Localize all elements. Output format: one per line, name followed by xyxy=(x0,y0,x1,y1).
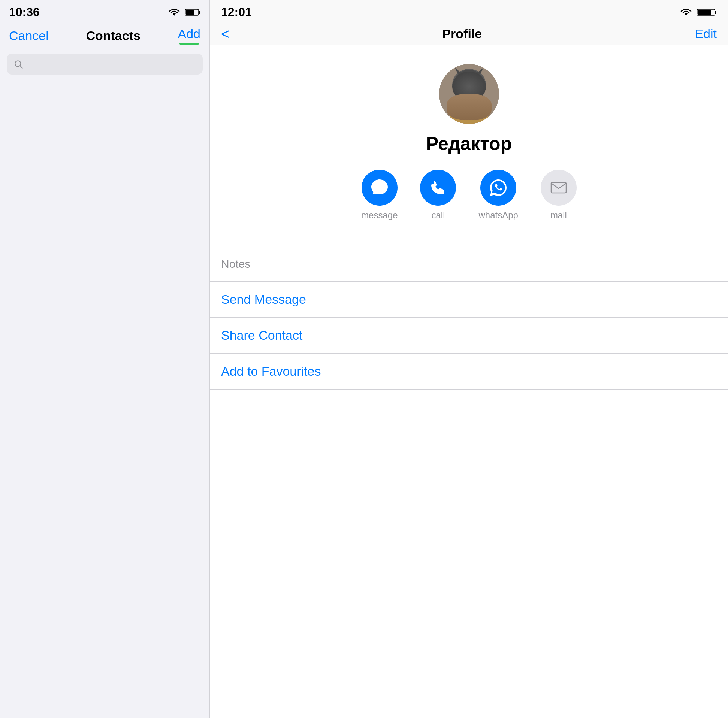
add-button[interactable]: Add xyxy=(178,27,201,44)
message-label: message xyxy=(361,210,398,221)
time-right: 12:01 xyxy=(221,5,252,19)
svg-rect-1 xyxy=(199,11,200,14)
svg-point-15 xyxy=(472,81,476,86)
action-list: Send Message Share Contact Add to Favour… xyxy=(210,281,728,390)
contact-name: Редактор xyxy=(426,133,512,155)
call-icon xyxy=(428,178,448,197)
send-message-item[interactable]: Send Message xyxy=(210,281,728,318)
nav-bar-right: < Profile Edit xyxy=(210,22,728,45)
mail-circle xyxy=(541,170,577,206)
search-icon xyxy=(14,59,23,69)
status-icons-left xyxy=(167,8,200,17)
mail-action-button[interactable]: mail xyxy=(541,170,577,221)
profile-section: Редактор message call xyxy=(210,45,728,247)
wifi-icon xyxy=(167,8,181,17)
wifi-icon-right xyxy=(679,8,693,17)
avatar-image xyxy=(439,64,499,124)
notes-section: Notes xyxy=(210,247,728,281)
status-icons-right xyxy=(679,8,717,17)
avatar xyxy=(439,64,499,124)
profile-title: Profile xyxy=(442,27,482,41)
svg-point-17 xyxy=(473,82,474,86)
right-panel: 12:01 < Profile Edit xyxy=(210,0,728,718)
mail-icon xyxy=(549,178,568,197)
nav-bar-left: Cancel Contacts Add xyxy=(0,22,210,48)
svg-rect-19 xyxy=(450,99,488,124)
svg-rect-6 xyxy=(715,11,716,14)
contacts-title: Contacts xyxy=(86,29,140,43)
svg-rect-21 xyxy=(448,107,490,110)
svg-rect-20 xyxy=(448,101,490,105)
svg-line-4 xyxy=(20,66,23,68)
status-bar-right: 12:01 xyxy=(210,0,728,22)
search-bar-wrapper xyxy=(0,48,210,80)
svg-point-16 xyxy=(464,82,465,86)
message-circle xyxy=(362,170,398,206)
svg-point-13 xyxy=(459,77,480,95)
call-circle xyxy=(420,170,456,206)
battery-icon xyxy=(185,8,200,17)
left-panel: 10:36 Cancel Contacts Add xyxy=(0,0,210,718)
battery-icon-right xyxy=(696,8,717,17)
back-button[interactable]: < xyxy=(221,27,229,41)
edit-button[interactable]: Edit xyxy=(695,27,717,41)
avatar-cat-svg xyxy=(439,64,499,124)
whatsapp-label: whatsApp xyxy=(479,210,518,221)
share-contact-item[interactable]: Share Contact xyxy=(210,318,728,354)
add-underline xyxy=(179,43,199,44)
add-to-favourites-item[interactable]: Add to Favourites xyxy=(210,354,728,390)
notes-label: Notes xyxy=(221,258,250,270)
svg-point-8 xyxy=(439,64,499,124)
message-action-button[interactable]: message xyxy=(361,170,398,221)
svg-rect-23 xyxy=(551,182,566,193)
svg-rect-2 xyxy=(186,10,194,15)
action-buttons-row: message call whatsApp xyxy=(354,170,584,221)
whatsapp-icon xyxy=(489,178,508,197)
message-icon xyxy=(370,178,389,197)
whatsapp-action-button[interactable]: whatsApp xyxy=(479,170,518,221)
svg-point-14 xyxy=(463,81,466,86)
time-left: 10:36 xyxy=(9,5,40,19)
status-bar-left: 10:36 xyxy=(0,0,210,22)
call-label: call xyxy=(431,210,445,221)
call-action-button[interactable]: call xyxy=(420,170,456,221)
cancel-button[interactable]: Cancel xyxy=(9,29,49,43)
search-bar[interactable] xyxy=(7,53,203,75)
whatsapp-circle xyxy=(480,170,516,206)
svg-point-9 xyxy=(452,69,486,100)
svg-rect-22 xyxy=(448,112,490,115)
svg-marker-18 xyxy=(468,88,470,90)
svg-rect-7 xyxy=(697,10,711,15)
search-input[interactable] xyxy=(28,58,196,70)
mail-label: mail xyxy=(551,210,567,221)
